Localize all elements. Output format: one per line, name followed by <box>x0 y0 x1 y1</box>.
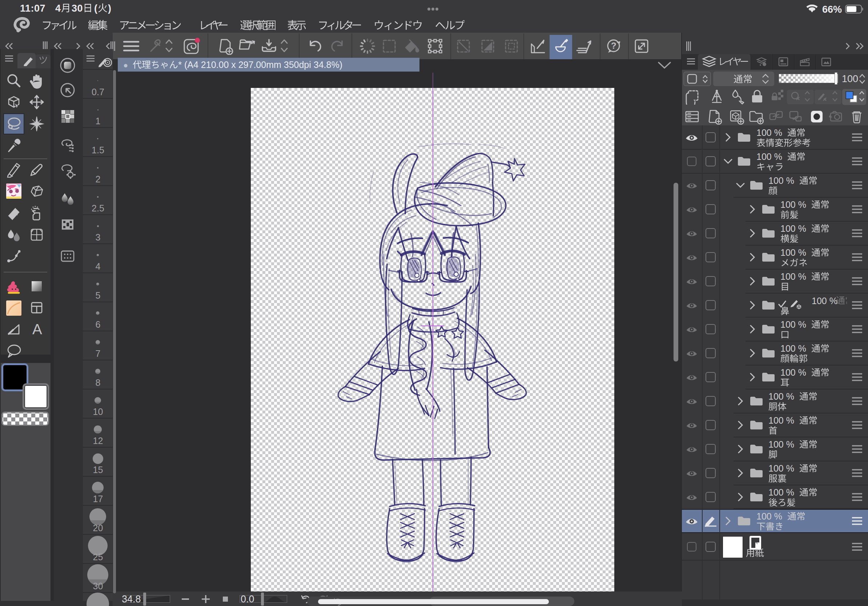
svg-text:66%: 66% <box>822 4 842 15</box>
svg-text:A: A <box>33 321 42 337</box>
svg-text:?: ? <box>611 41 617 51</box>
